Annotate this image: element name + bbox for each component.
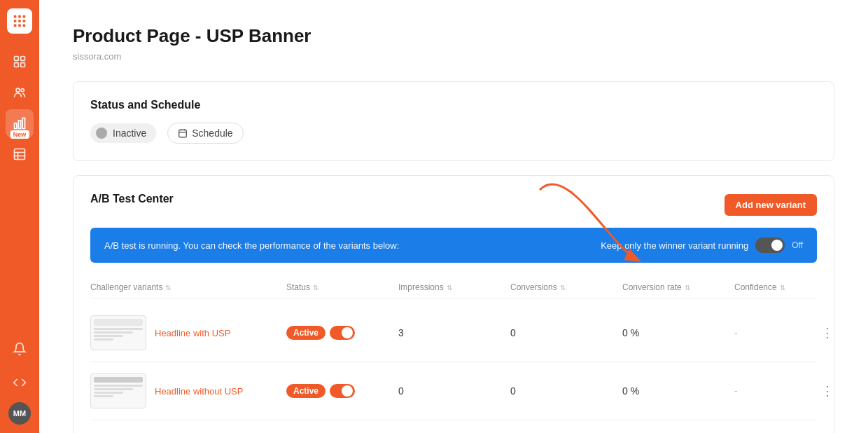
sort-icon-conversions: ⇅: [560, 284, 566, 291]
svg-point-14: [21, 89, 24, 92]
svg-rect-4: [18, 20, 21, 22]
header-conversion-rate[interactable]: Conversion rate ⇅: [622, 282, 734, 292]
sort-icon-challenger: ⇅: [165, 284, 171, 291]
status-schedule-card: Status and Schedule Inactive Schedule: [73, 81, 834, 161]
svg-rect-7: [18, 25, 21, 27]
svg-rect-8: [23, 25, 26, 27]
svg-rect-18: [15, 149, 25, 160]
actions-1: ⋮: [818, 322, 846, 343]
page-subtitle: sissora.com: [73, 51, 834, 62]
conversion-rate-1: 0 %: [622, 327, 734, 338]
more-button-2[interactable]: ⋮: [818, 380, 836, 401]
header-conversions[interactable]: Conversions ⇅: [510, 282, 622, 292]
table-row: Headline with USP Active 3 0 0 % - ⋮: [90, 304, 817, 362]
variant-status-1: Active: [286, 326, 398, 340]
add-variant-button[interactable]: Add new variant: [724, 194, 817, 216]
sort-icon-conversion-rate: ⇅: [685, 284, 690, 291]
svg-point-13: [16, 88, 20, 92]
svg-rect-2: [23, 15, 26, 18]
calendar-icon: [178, 128, 188, 138]
variant-cell-1: Headline with USP: [90, 315, 286, 350]
status-row: Inactive Schedule: [90, 123, 817, 144]
header-status[interactable]: Status ⇅: [286, 282, 398, 292]
active-label-2: Active: [286, 384, 326, 398]
sort-icon-confidence: ⇅: [780, 284, 785, 291]
status-schedule-title: Status and Schedule: [90, 99, 817, 111]
variant-toggle-2[interactable]: [330, 384, 355, 398]
new-badge: New: [10, 130, 29, 139]
svg-rect-1: [18, 15, 21, 18]
actions-2: ⋮: [818, 380, 846, 401]
active-label-1: Active: [286, 326, 326, 340]
avatar[interactable]: MM: [8, 402, 31, 425]
winner-toggle-section: Keep only the winner variant running Off: [601, 238, 803, 253]
winner-toggle[interactable]: [755, 238, 785, 253]
confidence-2: -: [734, 385, 818, 397]
status-badge[interactable]: Inactive: [90, 123, 156, 143]
sidebar-item-dashboard[interactable]: [6, 48, 34, 76]
more-button-1[interactable]: ⋮: [818, 322, 836, 343]
table-row: Headline without USP Active 0 0 0 % - ⋮: [90, 362, 817, 420]
code-icon: [13, 376, 27, 390]
status-dot: [96, 128, 107, 139]
variant-toggle-1[interactable]: [330, 326, 355, 340]
sidebar-item-users[interactable]: [6, 78, 34, 106]
svg-rect-0: [14, 15, 17, 18]
confidence-1: -: [734, 327, 818, 338]
variant-name-1[interactable]: Headline with USP: [155, 328, 230, 338]
main-content: Product Page - USP Banner sissora.com St…: [39, 0, 868, 433]
header-challenger[interactable]: Challenger variants ⇅: [90, 282, 286, 292]
logo-icon: [12, 13, 27, 29]
conversion-rate-2: 0 %: [622, 385, 734, 397]
grid-icon: [13, 55, 27, 69]
page-title: Product Page - USP Banner: [73, 25, 834, 47]
variant-name-2[interactable]: Headline without USP: [155, 386, 243, 397]
svg-rect-15: [15, 123, 17, 129]
svg-rect-10: [21, 57, 25, 61]
svg-rect-9: [15, 57, 19, 61]
sort-icon-impressions: ⇅: [447, 284, 452, 291]
ab-test-card: A/B Test Center Add new variant A/B test…: [73, 175, 834, 433]
table-icon: [13, 147, 27, 161]
sidebar-item-code[interactable]: [6, 369, 34, 397]
impressions-2: 0: [398, 385, 510, 397]
variant-cell-2: Headline without USP: [90, 373, 286, 408]
schedule-button[interactable]: Schedule: [167, 123, 243, 144]
info-banner: A/B test is running. You can check the p…: [90, 228, 817, 263]
sidebar-item-table[interactable]: [6, 140, 34, 168]
header-actions: [818, 282, 846, 292]
ab-test-title: A/B Test Center: [90, 193, 174, 205]
conversions-2: 0: [510, 385, 622, 397]
svg-rect-12: [21, 63, 25, 67]
toggle-off-label: Off: [792, 240, 803, 250]
svg-rect-17: [22, 118, 24, 129]
sidebar-item-analytics[interactable]: New: [6, 109, 34, 137]
schedule-label: Schedule: [192, 128, 232, 139]
conversions-1: 0: [510, 327, 622, 338]
variant-thumbnail-1: [90, 315, 146, 350]
users-icon: [13, 85, 27, 99]
svg-rect-11: [15, 63, 19, 67]
svg-rect-3: [14, 20, 17, 22]
header-impressions[interactable]: Impressions ⇅: [398, 282, 510, 292]
svg-rect-16: [18, 121, 20, 129]
variant-status-2: Active: [286, 384, 398, 398]
bell-icon: [13, 342, 27, 356]
ab-test-header: A/B Test Center Add new variant: [90, 193, 817, 216]
analytics-icon: [13, 116, 27, 130]
impressions-1: 3: [398, 327, 510, 338]
sidebar: New MM: [0, 0, 39, 433]
svg-rect-6: [14, 25, 17, 27]
svg-rect-5: [23, 20, 26, 22]
status-label: Inactive: [113, 128, 146, 139]
svg-rect-22: [179, 130, 187, 137]
header-confidence[interactable]: Confidence ⇅: [734, 282, 818, 292]
info-banner-text: A/B test is running. You can check the p…: [104, 240, 399, 251]
winner-label: Keep only the winner variant running: [601, 240, 748, 251]
sort-icon-status: ⇅: [313, 284, 318, 291]
app-logo[interactable]: [7, 8, 32, 34]
sidebar-item-notifications[interactable]: [6, 335, 34, 363]
variant-thumbnail-2: [90, 373, 146, 408]
table-header: Challenger variants ⇅ Status ⇅ Impressio…: [90, 277, 817, 298]
